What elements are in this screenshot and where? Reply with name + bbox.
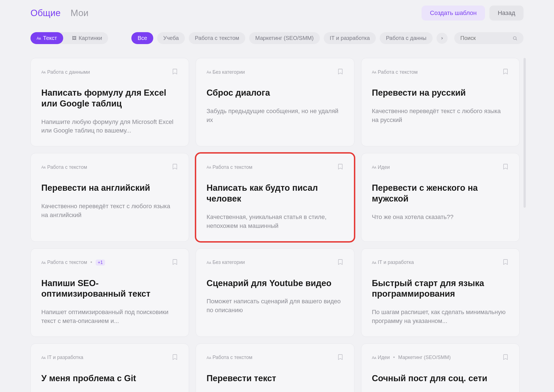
card-categories: AᴀРабота с текстом xyxy=(206,164,252,170)
template-card[interactable]: AᴀРабота с текстом•+1Напиши SEO-оптимизи… xyxy=(30,248,189,337)
template-card[interactable]: AᴀИдеи•Маркетинг (SEO/SMM)Сочный пост дл… xyxy=(361,343,520,392)
bookmark-icon[interactable] xyxy=(172,354,178,362)
card-title: Перевести на английский xyxy=(41,183,178,194)
bookmark-icon[interactable] xyxy=(172,68,178,76)
type-filter-text[interactable]: Aᴀ Текст xyxy=(30,32,63,44)
bookmark-icon[interactable] xyxy=(337,68,344,76)
category-scroll-right-button[interactable] xyxy=(436,33,448,44)
category-pill-marketing[interactable]: Маркетинг (SEO/SMM) xyxy=(249,32,320,44)
text-type-icon: Aᴀ xyxy=(41,260,45,265)
card-description: Качественно переведёт текст с любого язы… xyxy=(41,202,178,220)
svg-point-0 xyxy=(513,36,516,39)
type-filter-text-label: Текст xyxy=(43,35,57,41)
category-pill-study[interactable]: Учеба xyxy=(157,32,185,44)
card-category-label: AᴀБез категории xyxy=(206,69,245,75)
card-title: Перевести с женского на мужской xyxy=(372,183,509,204)
template-card[interactable]: AᴀИдеиПеревести с женского на мужскойЧто… xyxy=(361,153,520,241)
type-filter-images[interactable]: 🖼 Картинки xyxy=(66,32,108,44)
search-field[interactable] xyxy=(454,32,524,44)
bookmark-icon[interactable] xyxy=(502,259,509,266)
text-type-icon: Aᴀ xyxy=(206,260,211,265)
card-category-label: AᴀБез категории xyxy=(206,259,245,265)
text-type-icon: Aᴀ xyxy=(41,165,45,169)
text-type-icon: Aᴀ xyxy=(372,165,376,169)
card-header: AᴀIT и разработка xyxy=(372,259,509,266)
card-title: Сочный пост для соц. сети xyxy=(372,373,509,384)
category-pill-data[interactable]: Работа с данны xyxy=(380,32,432,44)
card-title: Перевести на русский xyxy=(372,88,509,98)
top-tabs: Общие Мои xyxy=(30,8,88,18)
card-categories: AᴀIT и разработка xyxy=(41,355,83,360)
category-pill-it[interactable]: IT и разработка xyxy=(324,32,376,44)
bookmark-icon[interactable] xyxy=(502,354,509,362)
text-type-icon: Aᴀ xyxy=(206,355,211,360)
card-header: AᴀБез категории xyxy=(206,259,343,266)
card-category-label: AᴀIT и разработка xyxy=(41,355,83,360)
bookmark-icon[interactable] xyxy=(502,163,509,171)
text-type-icon: Aᴀ xyxy=(41,355,45,360)
category-pill-text[interactable]: Работа с текстом xyxy=(189,32,245,44)
grid-scrollbar[interactable] xyxy=(524,58,526,208)
category-separator: • xyxy=(393,355,395,360)
card-title: Быстрый старт для языка программирования xyxy=(372,278,509,300)
template-card[interactable]: AᴀРабота с текстомПеревести на русскийКа… xyxy=(361,58,520,146)
search-icon xyxy=(512,35,517,41)
card-description: Качественно переведёт текст с любого язы… xyxy=(372,107,509,124)
bookmark-icon[interactable] xyxy=(172,259,178,266)
template-card[interactable]: AᴀРабота с текстомПеревести текст xyxy=(196,343,354,392)
create-template-button[interactable]: Создать шаблон xyxy=(422,6,485,21)
card-categories: AᴀРабота с текстом xyxy=(372,69,418,75)
template-card[interactable]: AᴀБез категорииСброс диалогаЗабудь преды… xyxy=(196,58,354,146)
search-input[interactable] xyxy=(460,35,512,41)
back-button[interactable]: Назад xyxy=(489,6,524,21)
category-filters-scroll: Все Учеба Работа с текстом Маркетинг (SE… xyxy=(131,32,450,44)
bookmark-icon[interactable] xyxy=(337,354,344,362)
card-title: Написать формулу для Excel или Google та… xyxy=(41,88,178,109)
card-category-label: AᴀРабота с текстом xyxy=(41,164,87,170)
category-pill-all[interactable]: Все xyxy=(131,32,153,44)
bookmark-icon[interactable] xyxy=(337,163,344,171)
template-card[interactable]: AᴀIT и разработкаБыстрый старт для языка… xyxy=(361,248,520,337)
card-categories: AᴀРабота с данными xyxy=(41,69,90,75)
card-category-label: AᴀИдеи xyxy=(372,164,390,170)
chevron-right-icon xyxy=(440,36,444,40)
card-category-label: AᴀРабота с текстом xyxy=(206,355,252,360)
card-category-label: AᴀIT и разработка xyxy=(372,259,414,265)
type-filter-group: Aᴀ Текст 🖼 Картинки xyxy=(30,32,108,44)
card-categories: AᴀИдеи xyxy=(372,164,390,170)
tab-my[interactable]: Мои xyxy=(71,8,89,18)
card-title: Перевести текст xyxy=(206,373,343,384)
bookmark-icon[interactable] xyxy=(337,259,344,266)
card-header: AᴀРабота с текстом xyxy=(41,163,178,171)
bookmark-icon[interactable] xyxy=(502,68,509,76)
text-type-icon: Aᴀ xyxy=(372,260,376,265)
template-card[interactable]: AᴀРабота с текстомПеревести на английски… xyxy=(30,153,189,241)
card-category-label: AᴀРабота с данными xyxy=(41,69,90,75)
bookmark-icon[interactable] xyxy=(172,163,178,171)
tab-common[interactable]: Общие xyxy=(30,8,61,18)
card-description: Забудь предыдущие сообщения, но не удаля… xyxy=(206,107,343,124)
card-header: AᴀИдеи xyxy=(372,163,509,171)
card-header: AᴀБез категории xyxy=(206,68,343,76)
text-type-icon: Aᴀ xyxy=(372,70,376,74)
card-header: AᴀРабота с текстом xyxy=(206,163,343,171)
templates-grid: AᴀРабота с даннымиНаписать формулу для E… xyxy=(30,58,524,392)
card-description: Качественная, уникальная статья в стиле,… xyxy=(206,213,343,230)
extra-categories-badge[interactable]: +1 xyxy=(96,259,105,266)
card-title: Сброс диалога xyxy=(206,88,343,98)
card-header: AᴀИдеи•Маркетинг (SEO/SMM) xyxy=(372,354,509,362)
category-separator: • xyxy=(90,259,92,265)
card-title: У меня проблема с Git xyxy=(41,373,178,384)
card-categories: AᴀРабота с текстом•+1 xyxy=(41,259,105,266)
card-description: Что же она хотела сказать?? xyxy=(372,213,509,222)
card-description: Напишет оптимизированный под поисковики … xyxy=(41,308,178,325)
text-type-icon: Aᴀ xyxy=(206,165,211,169)
type-filter-images-label: Картинки xyxy=(79,35,102,41)
template-card[interactable]: AᴀРабота с даннымиНаписать формулу для E… xyxy=(30,58,189,146)
card-category-label: AᴀРабота с текстом xyxy=(41,259,87,265)
template-card[interactable]: AᴀIT и разработкаУ меня проблема с Git xyxy=(30,343,189,392)
template-card[interactable]: AᴀРабота с текстомНаписать как будто пис… xyxy=(196,153,354,241)
text-type-icon: Aᴀ xyxy=(206,70,211,74)
template-card[interactable]: AᴀБез категорииСценарий для Youtube виде… xyxy=(196,248,354,337)
card-description: Напишите любую формулу для Microsoft Exc… xyxy=(41,118,178,135)
